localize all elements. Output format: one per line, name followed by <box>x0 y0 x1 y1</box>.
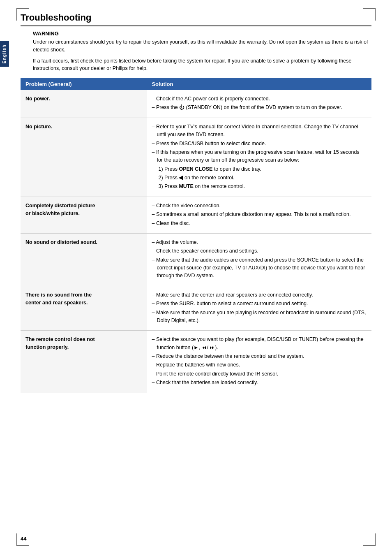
corner-mark-bl-v <box>16 533 17 546</box>
solution-list-5: Select the source you want to play (for … <box>152 336 367 387</box>
troubleshooting-table: Problem (General) Solution No power. Che… <box>21 78 371 393</box>
solution-list-1: Refer to your TV's manual for correct Vi… <box>152 123 367 191</box>
problem-cell-1: No picture. <box>21 118 147 197</box>
problem-cell-0: No power. <box>21 90 147 118</box>
page-number: 44 <box>21 535 26 542</box>
solution-cell-4: Make sure that the center and rear speak… <box>147 286 371 331</box>
solution-item: Replace the batteries with new ones. <box>152 361 367 369</box>
solution-item: Press the ⏻ (STANDBY ON) on the front of… <box>152 104 367 111</box>
solution-list-2: Check the video connection. Sometimes a … <box>152 202 367 227</box>
problem-cell-4: There is no sound from thecenter and rea… <box>21 286 147 331</box>
solution-item: 1) Press OPEN CLOSE to open the disc tra… <box>152 165 367 173</box>
corner-mark-br-h <box>363 545 376 546</box>
solution-list-3: Adjust the volume. Check the speaker con… <box>152 239 367 280</box>
problem-cell-5: The remote control does notfunction prop… <box>21 331 147 393</box>
corner-mark-br-v <box>375 533 376 546</box>
solution-item: Press the DISC/USB button to select disc… <box>152 140 367 148</box>
solution-item: Check that the batteries are loaded corr… <box>152 379 367 387</box>
solution-item: Adjust the volume. <box>152 239 367 246</box>
problem-cell-2: Completely distorted pictureor black/whi… <box>21 197 147 233</box>
solution-item: Check the speaker connections and settin… <box>152 247 367 255</box>
solution-item: Point the remote control directly toward… <box>152 370 367 378</box>
col-header-solution: Solution <box>147 78 371 90</box>
solution-cell-5: Select the source you want to play (for … <box>147 331 371 393</box>
warning-paragraph1: Under no circumstances should you try to… <box>33 38 371 54</box>
solution-item: Reduce the distance between the remote c… <box>152 352 367 360</box>
solution-item: Check the video connection. <box>152 202 367 210</box>
solution-item: Refer to your TV's manual for correct Vi… <box>152 123 367 139</box>
solution-item: Make sure that the audio cables are conn… <box>152 256 367 280</box>
solution-item: 3) Press MUTE on the remote control. <box>152 183 367 190</box>
warning-paragraph2: If a fault occurs, first check the point… <box>33 57 371 73</box>
corner-mark-tl-h <box>16 8 29 9</box>
solution-item: If this happens when you are turning on … <box>152 148 367 165</box>
corner-mark-tr-v <box>375 8 376 21</box>
solution-cell-2: Check the video connection. Sometimes a … <box>147 197 371 233</box>
warning-title: WARNING <box>33 30 371 37</box>
solution-list-4: Make sure that the center and rear speak… <box>152 291 367 325</box>
corner-mark-tl-v <box>16 8 17 21</box>
solution-item: Select the source you want to play (for … <box>152 336 367 352</box>
solution-cell-1: Refer to your TV's manual for correct Vi… <box>147 118 371 197</box>
col-header-problem: Problem (General) <box>21 78 147 90</box>
solution-item: 2) Press ◀ on the remote control. <box>152 174 367 182</box>
problem-cell-3: No sound or distorted sound. <box>21 233 147 286</box>
solution-item: Clean the disc. <box>152 220 367 227</box>
solution-cell-0: Check if the AC power cord is properly c… <box>147 90 371 118</box>
sidebar-language-label: English <box>0 41 9 67</box>
page-title: Troubleshooting <box>21 12 371 26</box>
solution-item: Sometimes a small amount of picture dist… <box>152 211 367 218</box>
corner-mark-tr-h <box>363 8 376 9</box>
solution-item: Make sure that the source you are playin… <box>152 309 367 325</box>
warning-section: WARNING Under no circumstances should yo… <box>33 30 371 72</box>
solution-list-0: Check if the AC power cord is properly c… <box>152 95 367 112</box>
solution-cell-3: Adjust the volume. Check the speaker con… <box>147 233 371 286</box>
corner-mark-bl-h <box>16 545 29 546</box>
solution-item: Check if the AC power cord is properly c… <box>152 95 367 103</box>
solution-item: Make sure that the center and rear speak… <box>152 291 367 299</box>
solution-item: Press the SURR. button to select a corre… <box>152 300 367 308</box>
